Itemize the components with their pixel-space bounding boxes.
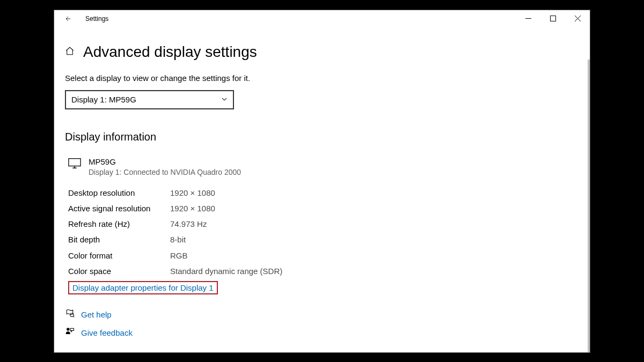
section-title: Display information <box>65 131 579 143</box>
minimize-button[interactable] <box>516 10 540 27</box>
page-title: Advanced display settings <box>83 43 257 61</box>
dropdown-selected-value: Display 1: MP59G <box>71 95 136 104</box>
table-row: Color space Standard dynamic range (SDR) <box>68 263 579 279</box>
scrollbar[interactable] <box>588 60 590 352</box>
display-select-instruction: Select a display to view or change the s… <box>65 73 579 83</box>
give-feedback-row: Give feedback <box>65 327 579 338</box>
chevron-down-icon <box>221 95 228 104</box>
get-help-row: Get help <box>65 308 579 320</box>
value-color-format: RGB <box>170 248 188 263</box>
display-select-dropdown[interactable]: Display 1: MP59G <box>65 90 234 109</box>
app-title: Settings <box>85 15 108 23</box>
label-color-space: Color space <box>68 263 170 279</box>
help-links: Get help Give feedback <box>65 308 579 338</box>
get-help-link[interactable]: Get help <box>81 310 112 319</box>
back-button[interactable] <box>64 15 71 23</box>
value-bit-depth: 8-bit <box>170 232 186 247</box>
monitor-icon <box>68 157 81 171</box>
label-refresh-rate: Refresh rate (Hz) <box>68 216 170 232</box>
give-feedback-link[interactable]: Give feedback <box>81 328 133 337</box>
value-refresh-rate: 74.973 Hz <box>170 216 207 232</box>
maximize-button[interactable] <box>540 10 565 27</box>
table-row: Desktop resolution 1920 × 1080 <box>68 185 579 201</box>
monitor-summary: MP59G Display 1: Connected to NVIDIA Qua… <box>68 157 579 176</box>
svg-rect-4 <box>70 328 74 330</box>
table-row: Bit depth 8-bit <box>68 232 579 247</box>
svg-rect-1 <box>69 158 80 166</box>
settings-window: Settings Advanced display settings Selec… <box>54 10 590 353</box>
label-desktop-resolution: Desktop resolution <box>68 185 170 201</box>
table-row: Active signal resolution 1920 × 1080 <box>68 201 579 216</box>
adapter-properties-link[interactable]: Display adapter properties for Display 1 <box>68 281 218 294</box>
table-row: Color format RGB <box>68 248 579 263</box>
svg-point-3 <box>67 328 69 330</box>
value-desktop-resolution: 1920 × 1080 <box>170 185 215 201</box>
page-header: Advanced display settings <box>65 43 579 61</box>
home-icon[interactable] <box>65 46 75 58</box>
monitor-name: MP59G <box>89 157 241 167</box>
label-bit-depth: Bit depth <box>68 232 170 247</box>
window-controls <box>516 10 590 27</box>
monitor-connection: Display 1: Connected to NVIDIA Quadro 20… <box>89 168 241 176</box>
content-area: Advanced display settings Select a displ… <box>54 27 590 352</box>
table-row: Refresh rate (Hz) 74.973 Hz <box>68 216 579 232</box>
feedback-icon <box>65 327 75 338</box>
svg-rect-0 <box>550 16 555 21</box>
svg-point-2 <box>70 313 74 317</box>
close-button[interactable] <box>565 10 590 27</box>
label-active-signal: Active signal resolution <box>68 201 170 216</box>
value-active-signal: 1920 × 1080 <box>170 201 215 216</box>
value-color-space: Standard dynamic range (SDR) <box>170 263 282 279</box>
titlebar: Settings <box>54 10 590 27</box>
label-color-format: Color format <box>68 248 170 263</box>
display-info-table: Desktop resolution 1920 × 1080 Active si… <box>68 185 579 279</box>
help-icon <box>65 308 75 320</box>
